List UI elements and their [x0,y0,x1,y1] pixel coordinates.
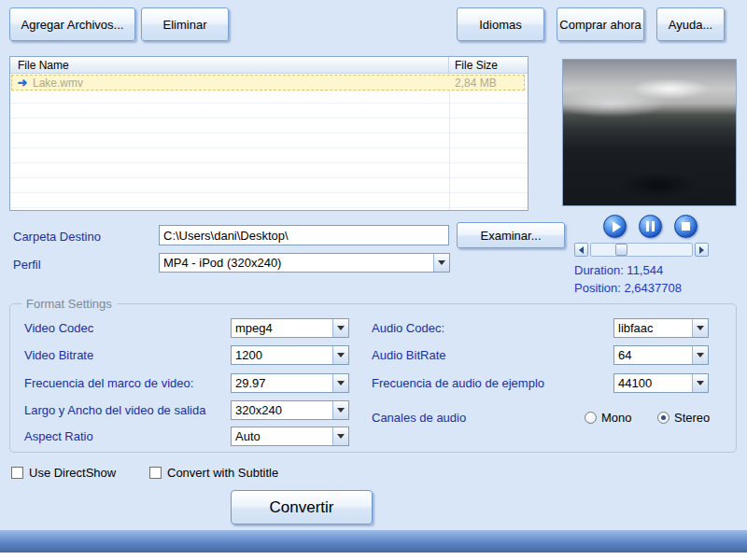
bottom-gradient-bar [0,530,747,553]
audio-bitrate-label: Audio BitRate [372,348,446,362]
column-header-file-size[interactable]: File Size [449,57,528,73]
video-codec-select[interactable]: mpeg4 [231,318,349,338]
chevron-down-icon[interactable] [433,254,449,272]
audio-bitrate-value: 64 [614,346,692,364]
video-bitrate-value: 1200 [232,346,332,364]
play-icon [613,221,621,232]
audio-channels-label: Canales de audio [372,411,466,425]
aspect-ratio-label: Aspect Ratio [24,429,93,443]
pause-icon [646,221,655,231]
seek-thumb[interactable] [615,244,627,256]
video-converter-window: Agregar Archivos... Eliminar Idiomas Com… [0,0,747,560]
aspect-ratio-value: Auto [232,427,332,445]
chevron-down-icon[interactable] [332,374,348,392]
profile-label: Perfil [13,258,41,272]
chevron-down-icon[interactable] [332,401,348,419]
languages-button[interactable]: Idiomas [457,7,544,41]
frame-rate-label: Frecuencia del marco de video: [24,376,193,390]
seek-track[interactable] [590,243,693,257]
play-button[interactable] [603,215,627,238]
video-preview-thumbnail [562,59,737,206]
destination-folder-label: Carpeta Destino [13,230,101,244]
use-directshow-label[interactable]: Use DirectShow [29,466,116,480]
add-files-button[interactable]: Agregar Archivos... [9,7,135,41]
browse-button[interactable]: Examinar... [457,222,565,248]
profile-select[interactable]: MP4 - iPod (320x240) [159,253,450,273]
bottom-white-strip [0,553,747,560]
stereo-radio[interactable] [657,412,669,424]
chevron-down-icon[interactable] [332,427,348,445]
file-list-header: File Name File Size [10,57,528,74]
file-list-body: ➜ Lake.wmv 2,84 MB [10,74,528,210]
audio-bitrate-select[interactable]: 64 [613,345,709,365]
video-codec-value: mpeg4 [232,319,332,337]
buy-now-button[interactable]: Comprar ahora [557,7,644,41]
column-header-file-name[interactable]: File Name [10,57,449,73]
chevron-down-icon[interactable] [692,319,708,337]
position-text: Position: 2,6437708 [574,281,682,295]
left-arrow-icon [579,246,584,254]
column-separator [449,74,450,210]
mono-radio[interactable] [585,412,597,424]
duration-text: Duration: 11,544 [574,263,663,277]
format-settings-title: Format Settings [21,297,117,311]
sample-rate-select[interactable]: 44100 [613,373,709,393]
file-size-cell: 2,84 MB [450,77,524,90]
current-file-arrow-icon: ➜ [12,76,33,90]
sample-rate-value: 44100 [614,374,692,392]
stop-button[interactable] [674,215,698,238]
seek-right-button[interactable] [695,243,709,257]
table-row[interactable]: ➜ Lake.wmv 2,84 MB [11,75,525,91]
frame-rate-value: 29.97 [232,374,332,392]
remove-button[interactable]: Eliminar [141,7,229,41]
frame-rate-select[interactable]: 29.97 [231,373,349,393]
chevron-down-icon[interactable] [332,319,348,337]
stereo-radio-label[interactable]: Stereo [674,411,710,425]
help-button[interactable]: Ayuda... [656,7,725,41]
convert-subtitle-label[interactable]: Convert with Subtitle [167,466,278,480]
file-name-cell: Lake.wmv [33,77,450,90]
frame-size-value: 320x240 [232,401,332,419]
audio-codec-select[interactable]: libfaac [613,318,709,338]
audio-codec-value: libfaac [614,319,692,337]
frame-size-select[interactable]: 320x240 [231,400,349,420]
aspect-ratio-select[interactable]: Auto [231,427,349,446]
profile-selected-value: MP4 - iPod (320x240) [160,254,433,272]
destination-path-input[interactable] [159,225,449,245]
sample-rate-label: Frecuencia de audio de ejemplo [372,376,544,390]
video-bitrate-select[interactable]: 1200 [231,345,349,365]
chevron-down-icon[interactable] [692,346,708,364]
use-directshow-checkbox[interactable] [11,467,23,479]
file-list: File Name File Size ➜ Lake.wmv 2,84 MB [9,56,529,211]
audio-codec-label: Audio Codec: [372,321,444,335]
mono-radio-label[interactable]: Mono [601,411,632,425]
video-codec-label: Video Codec [24,321,93,335]
chevron-down-icon[interactable] [332,346,348,364]
frame-size-label: Largo y Ancho del video de salida [24,403,205,417]
video-bitrate-label: Video Bitrate [24,348,93,362]
right-arrow-icon [699,246,704,254]
chevron-down-icon[interactable] [692,374,708,392]
convert-button[interactable]: Convertir [231,490,373,525]
seek-left-button[interactable] [574,243,588,257]
convert-subtitle-checkbox[interactable] [149,467,162,479]
pause-button[interactable] [639,215,662,238]
stop-icon [682,222,690,231]
